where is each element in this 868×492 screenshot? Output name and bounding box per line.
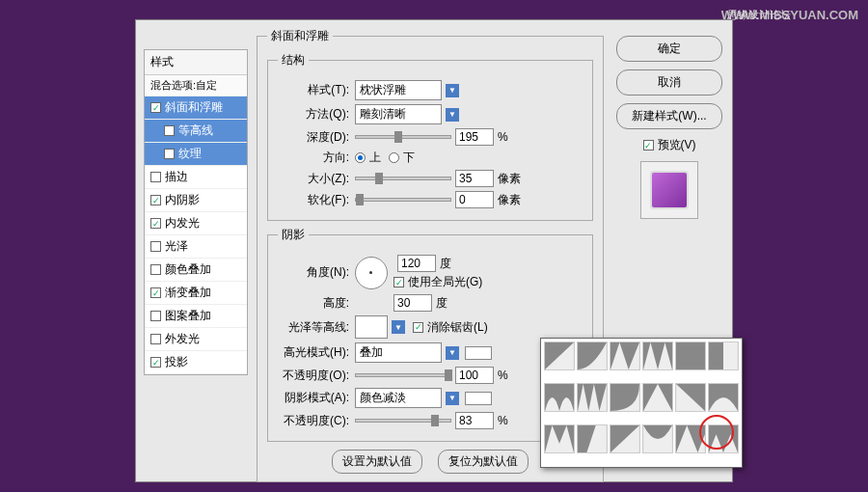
soften-label: 软化(F): — [278, 192, 355, 208]
slider-thumb[interactable] — [356, 194, 364, 205]
style-dropdown[interactable]: 枕状浮雕 — [355, 80, 442, 100]
style-checkbox[interactable] — [150, 334, 161, 344]
contour-preset[interactable] — [675, 342, 706, 370]
size-input[interactable] — [455, 170, 494, 187]
global-light-checkbox[interactable] — [393, 277, 404, 287]
contour-preset[interactable] — [577, 342, 608, 370]
ok-button[interactable]: 确定 — [616, 36, 722, 62]
antialias-checkbox[interactable] — [413, 322, 423, 333]
depth-slider[interactable] — [355, 135, 451, 139]
style-item-label: 颜色叠加 — [165, 261, 211, 278]
new-style-button[interactable]: 新建样式(W)... — [616, 103, 722, 129]
style-item[interactable]: 图案叠加 — [145, 305, 247, 328]
depth-input[interactable] — [455, 128, 494, 146]
structure-fieldset: 结构 样式(T): 枕状浮雕▼ 方法(Q): 雕刻清晰▼ 深度(D): % 方向… — [267, 52, 593, 221]
contour-preset[interactable] — [642, 342, 673, 370]
style-checkbox[interactable] — [150, 287, 161, 298]
slider-thumb[interactable] — [394, 131, 402, 143]
style-checkbox[interactable] — [150, 311, 161, 321]
style-item-label: 等高线 — [178, 123, 213, 139]
preview-thumbnail — [640, 161, 698, 219]
slider-thumb[interactable] — [431, 415, 439, 426]
soften-slider[interactable] — [355, 198, 451, 202]
style-item[interactable]: 斜面和浮雕 — [145, 96, 247, 120]
style-item-label: 内阴影 — [165, 192, 200, 208]
style-checkbox[interactable] — [150, 172, 161, 182]
contour-preset[interactable] — [544, 383, 575, 412]
highlight-color-swatch[interactable] — [465, 346, 492, 360]
style-checkbox[interactable] — [164, 125, 175, 136]
contour-preset[interactable] — [708, 383, 739, 412]
style-checkbox[interactable] — [164, 149, 175, 159]
structure-legend: 结构 — [278, 52, 309, 68]
style-item[interactable]: 渐变叠加 — [145, 282, 247, 305]
style-item[interactable]: 描边 — [145, 166, 247, 189]
style-item[interactable]: 外发光 — [145, 328, 247, 351]
h-opacity-input[interactable] — [455, 367, 494, 384]
shading-legend: 阴影 — [278, 227, 309, 243]
contour-preset[interactable] — [675, 383, 706, 412]
style-checkbox[interactable] — [150, 264, 161, 275]
contour-preset[interactable] — [642, 383, 673, 412]
style-checkbox[interactable] — [150, 102, 161, 113]
gloss-contour-label: 光泽等高线: — [278, 319, 355, 336]
style-item[interactable]: 内发光 — [145, 212, 247, 235]
dropdown-arrow-icon[interactable]: ▼ — [446, 108, 459, 122]
dropdown-arrow-icon[interactable]: ▼ — [392, 320, 405, 334]
styles-header[interactable]: 样式 — [145, 50, 247, 75]
contour-preset[interactable] — [610, 424, 640, 453]
contour-preset[interactable] — [610, 342, 640, 370]
contour-preset[interactable] — [577, 383, 608, 412]
set-default-button[interactable]: 设置为默认值 — [332, 450, 422, 474]
slider-thumb[interactable] — [375, 173, 383, 184]
style-item-label: 光泽 — [165, 238, 188, 255]
contour-preset[interactable] — [577, 424, 608, 453]
style-checkbox[interactable] — [150, 357, 161, 368]
global-light-label: 使用全局光(G) — [408, 274, 482, 290]
method-dropdown[interactable]: 雕刻清晰 — [355, 104, 442, 124]
soften-input[interactable] — [455, 191, 494, 208]
reset-default-button[interactable]: 复位为默认值 — [438, 450, 529, 474]
s-opacity-input[interactable] — [455, 412, 494, 429]
preview-label: 预览(V) — [658, 137, 696, 153]
blend-options-item[interactable]: 混合选项:自定 — [145, 75, 247, 96]
style-checkbox[interactable] — [150, 241, 161, 252]
style-item[interactable]: 等高线 — [145, 120, 247, 143]
direction-down-radio[interactable] — [389, 152, 399, 163]
shadow-color-swatch[interactable] — [465, 392, 492, 405]
angle-input[interactable] — [397, 255, 436, 272]
angle-dial[interactable] — [355, 257, 388, 289]
size-unit: 像素 — [498, 171, 521, 187]
altitude-input[interactable] — [393, 294, 432, 312]
preview-checkbox[interactable] — [643, 140, 654, 150]
size-slider[interactable] — [355, 177, 451, 180]
bevel-title: 斜面和浮雕 — [267, 28, 333, 44]
direction-up-radio[interactable] — [355, 152, 366, 163]
angle-unit: 度 — [440, 256, 451, 272]
contour-preset[interactable] — [544, 342, 575, 370]
slider-thumb[interactable] — [445, 369, 452, 381]
dropdown-arrow-icon[interactable]: ▼ — [446, 392, 459, 405]
dropdown-arrow-icon[interactable]: ▼ — [446, 84, 459, 97]
contour-preset[interactable] — [642, 424, 673, 453]
dropdown-arrow-icon[interactable]: ▼ — [446, 346, 459, 360]
cancel-button[interactable]: 取消 — [616, 69, 722, 96]
style-item[interactable]: 纹理 — [145, 143, 247, 166]
contour-preset[interactable] — [708, 342, 739, 370]
style-item[interactable]: 内阴影 — [145, 189, 247, 212]
style-checkbox[interactable] — [150, 195, 161, 205]
style-item-label: 描边 — [165, 169, 188, 185]
style-checkbox[interactable] — [150, 218, 161, 229]
contour-preset[interactable] — [544, 424, 575, 453]
shadow-mode-dropdown[interactable]: 颜色减淡 — [355, 388, 442, 408]
size-label: 大小(Z): — [278, 171, 355, 187]
contour-preset[interactable] — [610, 383, 640, 412]
highlight-mode-dropdown[interactable]: 叠加 — [355, 342, 442, 363]
gloss-contour-picker[interactable] — [355, 315, 388, 339]
s-opacity-slider[interactable] — [355, 419, 451, 423]
style-item[interactable]: 投影 — [145, 351, 247, 374]
style-item[interactable]: 颜色叠加 — [145, 259, 247, 282]
antialias-label: 消除锯齿(L) — [427, 319, 488, 336]
style-item[interactable]: 光泽 — [145, 235, 247, 259]
h-opacity-slider[interactable] — [355, 373, 451, 377]
